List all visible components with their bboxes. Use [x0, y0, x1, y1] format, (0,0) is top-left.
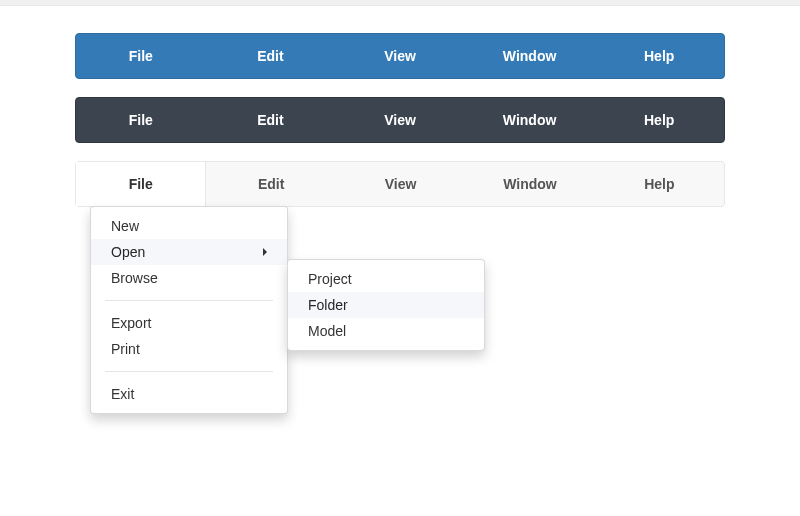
caret-right-icon: [263, 248, 267, 256]
menubar-primary-file[interactable]: File: [76, 34, 206, 78]
open-submenu: Project Folder Model: [287, 259, 485, 351]
file-menu-browse[interactable]: Browse: [91, 265, 287, 291]
divider: [105, 371, 273, 372]
menubar-inverse: File Edit View Window Help: [75, 97, 725, 143]
top-strip: [0, 0, 800, 6]
file-menu-print[interactable]: Print: [91, 336, 287, 362]
file-menu-exit[interactable]: Exit: [91, 381, 287, 407]
menubar-inverse-file[interactable]: File: [76, 98, 206, 142]
container: File Edit View Window Help File Edit Vie…: [75, 33, 725, 207]
menubar-default: File Edit View Window Help New Open Brow…: [75, 161, 725, 207]
file-menu-open[interactable]: Open: [91, 239, 287, 265]
file-menu-export[interactable]: Export: [91, 310, 287, 336]
menubar-default-edit[interactable]: Edit: [206, 162, 335, 206]
menubar-primary-edit[interactable]: Edit: [206, 34, 336, 78]
open-submenu-folder[interactable]: Folder: [288, 292, 484, 318]
menubar-inverse-view[interactable]: View: [335, 98, 465, 142]
menubar-inverse-window[interactable]: Window: [465, 98, 595, 142]
file-dropdown: New Open Browse Export Print Exit: [90, 206, 288, 414]
menubar-default-view[interactable]: View: [336, 162, 465, 206]
menubar-primary-window[interactable]: Window: [465, 34, 595, 78]
menubar-default-window[interactable]: Window: [465, 162, 594, 206]
file-menu-new[interactable]: New: [91, 213, 287, 239]
open-submenu-project[interactable]: Project: [288, 266, 484, 292]
divider: [105, 300, 273, 301]
menubar-inverse-edit[interactable]: Edit: [206, 98, 336, 142]
menubar-inverse-help[interactable]: Help: [594, 98, 724, 142]
menubar-primary-view[interactable]: View: [335, 34, 465, 78]
menubar-primary-help[interactable]: Help: [594, 34, 724, 78]
file-menu-open-label: Open: [111, 244, 145, 260]
open-submenu-model[interactable]: Model: [288, 318, 484, 344]
menubar-primary: File Edit View Window Help: [75, 33, 725, 79]
menubar-default-file[interactable]: File: [76, 162, 206, 206]
menubar-default-help[interactable]: Help: [595, 162, 724, 206]
